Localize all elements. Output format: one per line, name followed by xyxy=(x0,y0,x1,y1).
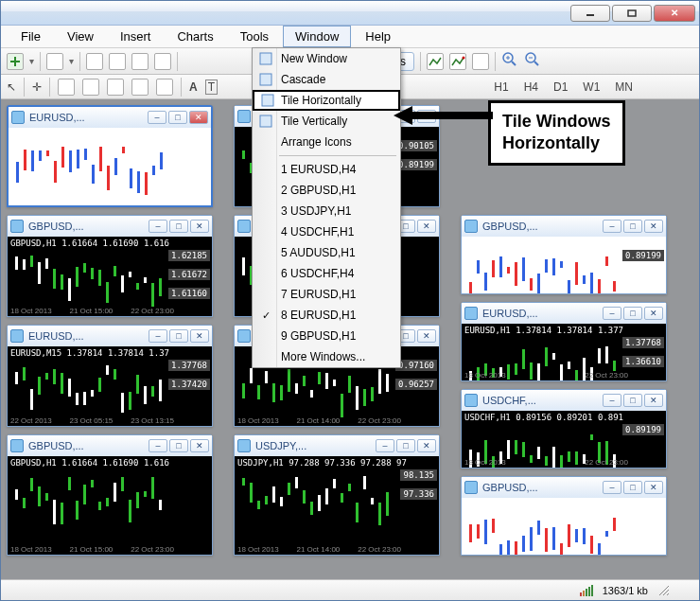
market-watch-icon[interactable] xyxy=(86,53,103,70)
menu-file[interactable]: File xyxy=(9,26,53,47)
tester-icon[interactable] xyxy=(154,53,171,70)
chart-minimize-button[interactable]: – xyxy=(149,220,167,233)
menu-insert[interactable]: Insert xyxy=(108,26,164,47)
chart-canvas[interactable]: EURUSD,M15 1.37814 1.37814 1.371.377681.… xyxy=(8,346,212,426)
chart-canvas[interactable]: USDCHF,H1 0.89156 0.89201 0.8910.8919918… xyxy=(462,411,666,468)
navigator-icon[interactable] xyxy=(109,53,126,70)
menu-item-cascade[interactable]: Cascade xyxy=(253,69,400,90)
chart-maximize-button[interactable]: □ xyxy=(168,111,187,124)
new-chart-icon[interactable] xyxy=(7,53,24,70)
chart-window[interactable]: EURUSD,...–□✕EURUSD,M15 1.37814 1.37814 … xyxy=(7,325,213,427)
menu-charts[interactable]: Charts xyxy=(165,26,225,47)
chart-titlebar[interactable]: USDJPY,...–□✕ xyxy=(235,435,439,456)
chart-titlebar[interactable]: EURUSD,...–□✕ xyxy=(462,303,666,324)
chart-titlebar[interactable]: EURUSD,...–□✕ xyxy=(9,107,211,128)
menu-item-4-usdchf-h1[interactable]: 4 USDCHF,H1 xyxy=(253,221,400,242)
chart-close-button[interactable]: ✕ xyxy=(644,307,663,320)
chart-canvas[interactable]: GBPUSD,H1 1.61664 1.61690 1.6161.621851.… xyxy=(8,237,212,316)
chart-titlebar[interactable]: GBPUSD,...–□✕ xyxy=(462,216,666,237)
chart-close-button[interactable]: ✕ xyxy=(190,220,209,233)
terminal-icon[interactable] xyxy=(131,53,149,70)
close-button[interactable]: ✕ xyxy=(654,5,695,22)
chart-window[interactable]: USDJPY,...–□✕USDJPY,H1 97.288 97.336 97.… xyxy=(234,434,440,556)
chart-titlebar[interactable]: GBPUSD,...–□✕ xyxy=(8,435,212,456)
text-icon[interactable]: A xyxy=(189,80,198,94)
chart-close-button[interactable]: ✕ xyxy=(189,111,208,124)
chart-close-button[interactable]: ✕ xyxy=(417,220,436,233)
timeframe-d1[interactable]: D1 xyxy=(550,79,571,96)
chart-minimize-button[interactable]: – xyxy=(603,307,621,320)
hline-icon[interactable] xyxy=(82,79,99,96)
fibo-icon[interactable] xyxy=(156,79,173,96)
timeframe-h4[interactable]: H4 xyxy=(520,79,542,96)
menu-item-6-usdchf-h4[interactable]: 6 USDCHF,H4 xyxy=(253,263,400,284)
chart-canvas[interactable] xyxy=(462,498,666,555)
menu-item-more-windows-[interactable]: More Windows... xyxy=(253,346,400,367)
chart-close-button[interactable]: ✕ xyxy=(417,439,436,452)
menu-item-1-eurusd-h4[interactable]: 1 EURUSD,H4 xyxy=(253,159,400,180)
chart-window[interactable]: USDCHF,...–□✕USDCHF,H1 0.89156 0.89201 0… xyxy=(461,389,667,468)
chart-minimize-button[interactable]: – xyxy=(148,111,166,124)
menu-help[interactable]: Help xyxy=(353,26,403,47)
menu-item-new-window[interactable]: New Window xyxy=(253,48,400,69)
chart-close-button[interactable]: ✕ xyxy=(417,329,436,343)
timeframe-mn[interactable]: MN xyxy=(611,79,637,96)
chart-window[interactable]: GBPUSD,...–□✕GBPUSD,H1 1.61664 1.61690 1… xyxy=(7,434,213,556)
zoom-in-icon[interactable] xyxy=(501,51,518,72)
chart-minimize-button[interactable]: – xyxy=(603,394,621,407)
chart-close-button[interactable]: ✕ xyxy=(190,329,209,343)
menu-item-arrange-icons[interactable]: Arrange Icons xyxy=(253,132,400,152)
channel-icon[interactable] xyxy=(131,79,149,96)
chart-canvas[interactable]: 0.89199 xyxy=(462,237,666,293)
maximize-button[interactable] xyxy=(612,5,652,22)
timeframe-h1[interactable]: H1 xyxy=(490,79,512,96)
minimize-button[interactable] xyxy=(570,5,610,22)
chart-titlebar[interactable]: GBPUSD,...–□✕ xyxy=(462,477,666,498)
chart-titlebar[interactable]: EURUSD,...–□✕ xyxy=(8,326,212,346)
chart-window[interactable]: EURUSD,...–□✕ xyxy=(7,105,213,207)
menu-item-8-eurusd-h1[interactable]: ✓8 EURUSD,H1 xyxy=(253,305,400,326)
chart-titlebar[interactable]: USDCHF,...–□✕ xyxy=(462,390,666,411)
menu-tools[interactable]: Tools xyxy=(228,26,281,47)
chart-window[interactable]: GBPUSD,...–□✕ xyxy=(461,476,667,556)
chart-minimize-button[interactable]: – xyxy=(149,329,167,343)
menu-window[interactable]: Window xyxy=(283,26,351,47)
menu-item-tile-vertically[interactable]: Tile Vertically xyxy=(253,111,400,132)
chart-close-button[interactable]: ✕ xyxy=(190,439,209,452)
chart-minimize-button[interactable]: – xyxy=(149,439,167,452)
menu-view[interactable]: View xyxy=(55,26,106,47)
chart-window[interactable]: GBPUSD,...–□✕0.89199 xyxy=(461,215,667,294)
chart-window[interactable]: GBPUSD,...–□✕GBPUSD,H1 1.61664 1.61690 1… xyxy=(7,215,213,317)
chart-maximize-button[interactable]: □ xyxy=(169,220,188,233)
chart-canvas[interactable]: USDJPY,H1 97.288 97.336 97.288 9798.1359… xyxy=(235,456,439,555)
chart-window[interactable]: EURUSD,...–□✕EURUSD,H1 1.37814 1.37814 1… xyxy=(461,302,667,381)
chart-close-button[interactable]: ✕ xyxy=(644,481,663,494)
menu-item-3-usdjpy-h1[interactable]: 3 USDJPY,H1 xyxy=(253,201,400,221)
chart-maximize-button[interactable]: □ xyxy=(623,220,642,233)
menu-item-5-audusd-h1[interactable]: 5 AUDUSD,H1 xyxy=(253,242,400,263)
chart-canvas[interactable]: EURUSD,H1 1.37814 1.37814 1.3771.377681.… xyxy=(462,324,666,380)
crosshair-icon[interactable]: ✛ xyxy=(32,80,42,94)
text-label-icon[interactable]: T xyxy=(205,80,218,95)
cursor-icon[interactable]: ↖ xyxy=(7,80,16,94)
chart-close-button[interactable]: ✕ xyxy=(644,220,663,233)
periods-icon[interactable] xyxy=(449,53,466,70)
indicators-icon[interactable] xyxy=(427,53,444,70)
chart-maximize-button[interactable]: □ xyxy=(623,307,642,320)
chart-close-button[interactable]: ✕ xyxy=(644,394,663,407)
chart-maximize-button[interactable]: □ xyxy=(169,439,188,452)
chart-maximize-button[interactable]: □ xyxy=(623,394,642,407)
chart-minimize-button[interactable]: – xyxy=(603,481,621,494)
trendline-icon[interactable] xyxy=(107,79,124,96)
menu-item-tile-horizontally[interactable]: Tile Horizontally xyxy=(253,90,400,111)
chart-canvas[interactable] xyxy=(9,128,211,205)
menu-item-7-eurusd-h1[interactable]: 7 EURUSD,H1 xyxy=(253,284,400,305)
profiles-icon[interactable] xyxy=(46,53,63,70)
chart-maximize-button[interactable]: □ xyxy=(396,439,415,452)
chart-maximize-button[interactable]: □ xyxy=(623,481,642,494)
chart-minimize-button[interactable]: – xyxy=(603,220,621,233)
chart-canvas[interactable]: GBPUSD,H1 1.61664 1.61690 1.61618 Oct 20… xyxy=(8,456,212,555)
chart-titlebar[interactable]: GBPUSD,...–□✕ xyxy=(8,216,212,237)
chart-maximize-button[interactable]: □ xyxy=(169,329,188,343)
chart-minimize-button[interactable]: – xyxy=(376,439,394,452)
